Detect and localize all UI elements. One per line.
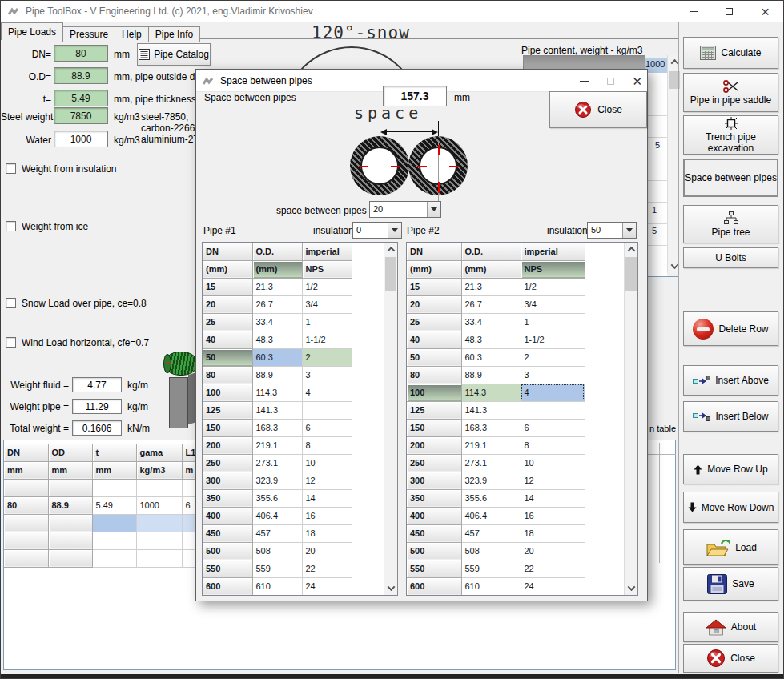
cell-dn[interactable]: 500 bbox=[203, 542, 252, 560]
cell-od[interactable]: 273.1 bbox=[252, 454, 302, 472]
dialog-minimize-icon[interactable] bbox=[580, 81, 589, 82]
cell-dn[interactable]: 450 bbox=[407, 524, 461, 542]
cell-dn[interactable]: 125 bbox=[203, 401, 252, 419]
tab[interactable]: Pressure bbox=[62, 26, 115, 42]
cell-nps[interactable]: 10 bbox=[302, 454, 352, 472]
cell-od[interactable] bbox=[48, 514, 92, 532]
cell-dn[interactable]: 50 bbox=[407, 348, 461, 366]
scroll-thumb[interactable] bbox=[385, 257, 396, 291]
cell-gama[interactable] bbox=[136, 532, 182, 549]
cell-nps[interactable]: 12 bbox=[521, 472, 585, 489]
cell-nps[interactable]: 3 bbox=[521, 366, 585, 384]
cell-t[interactable]: 5.49 bbox=[92, 496, 136, 514]
cell-od[interactable]: 114.3 bbox=[252, 384, 302, 401]
cell-nps[interactable]: 1/2 bbox=[521, 278, 585, 295]
cell-dn[interactable]: 50 bbox=[203, 348, 252, 366]
cell-od[interactable]: 355.6 bbox=[252, 489, 302, 507]
cell-od[interactable]: 508 bbox=[461, 542, 521, 560]
cell-dn[interactable] bbox=[4, 532, 48, 549]
trench-pipe-excavation-button[interactable]: Trench pipe excavation bbox=[683, 115, 778, 155]
cell-od[interactable]: 323.9 bbox=[461, 472, 521, 489]
pipe2-insulation-dropdown[interactable]: 50 bbox=[587, 222, 637, 239]
cell-dn[interactable]: 200 bbox=[203, 436, 252, 454]
space-between-pipes-button[interactable]: Space between pipes bbox=[683, 159, 778, 197]
checkbox-snow-load[interactable] bbox=[6, 298, 16, 308]
close-button[interactable]: ✕ bbox=[747, 1, 783, 22]
cell-od[interactable]: 114.3 bbox=[461, 384, 521, 401]
cell-nps[interactable]: 8 bbox=[521, 436, 585, 454]
cell-od[interactable]: 141.3 bbox=[461, 401, 521, 419]
cell-nps[interactable]: 1-1/2 bbox=[521, 331, 585, 348]
cell-nps[interactable]: 3/4 bbox=[521, 295, 585, 313]
cell-t[interactable] bbox=[92, 514, 136, 532]
cell-od[interactable] bbox=[48, 479, 92, 496]
cell-dn[interactable]: 80 bbox=[203, 366, 252, 384]
dropdown-arrow-icon[interactable] bbox=[427, 202, 440, 217]
pipe2-scrollbar[interactable] bbox=[624, 243, 637, 595]
cell-dn[interactable]: 600 bbox=[407, 577, 461, 595]
cell-dn[interactable]: 300 bbox=[203, 472, 252, 489]
tab[interactable]: Pipe Info bbox=[148, 26, 200, 42]
u-bolts-button[interactable]: U Bolts bbox=[683, 247, 778, 268]
cell-od[interactable]: 168.3 bbox=[252, 419, 302, 436]
cell-nps[interactable]: 22 bbox=[521, 560, 585, 577]
cell-nps[interactable]: 8 bbox=[302, 436, 352, 454]
cell-dn[interactable]: 550 bbox=[203, 560, 252, 577]
cell-dn[interactable]: 100 bbox=[407, 384, 461, 401]
weight-value[interactable]: 0.1606 bbox=[72, 420, 122, 436]
content-selected-value[interactable]: 1000 bbox=[645, 58, 668, 73]
cell-t[interactable] bbox=[92, 532, 136, 549]
cell-dn[interactable]: 400 bbox=[203, 507, 252, 524]
cell-nps[interactable] bbox=[521, 401, 585, 419]
cell-nps[interactable]: 2 bbox=[302, 348, 352, 366]
cell-dn[interactable]: 20 bbox=[203, 295, 252, 313]
cell-nps[interactable] bbox=[302, 401, 352, 419]
checkbox-weight-insulation[interactable] bbox=[6, 163, 16, 174]
cell-od[interactable]: 88.9 bbox=[48, 496, 92, 514]
cell-od[interactable]: 559 bbox=[252, 560, 302, 577]
cell-nps[interactable]: 12 bbox=[302, 472, 352, 489]
cell-nps[interactable]: 3 bbox=[302, 366, 352, 384]
cell-dn[interactable]: 15 bbox=[203, 278, 252, 295]
cell-od[interactable]: 88.9 bbox=[252, 366, 302, 384]
cell-od[interactable]: 273.1 bbox=[461, 454, 521, 472]
minimize-button[interactable] bbox=[675, 1, 711, 22]
cell-dn[interactable] bbox=[4, 549, 48, 567]
dropdown-arrow-icon[interactable] bbox=[622, 223, 636, 238]
scroll-thumb[interactable] bbox=[625, 257, 637, 291]
t-input[interactable] bbox=[54, 90, 108, 106]
insert-below-button[interactable]: Insert Below bbox=[683, 401, 778, 432]
cell-od[interactable]: 406.4 bbox=[252, 507, 302, 524]
cell-dn[interactable]: 300 bbox=[407, 472, 461, 489]
insert-above-button[interactable]: Insert Above bbox=[683, 365, 778, 396]
pipe1-scrollbar[interactable] bbox=[384, 243, 397, 595]
cell-od[interactable]: 33.4 bbox=[461, 313, 521, 331]
cell-dn[interactable]: 400 bbox=[407, 507, 461, 524]
cell-nps[interactable]: 16 bbox=[302, 507, 352, 524]
cell-nps[interactable]: 16 bbox=[521, 507, 585, 524]
cell-nps[interactable]: 4 bbox=[302, 384, 352, 401]
cell-nps[interactable]: 14 bbox=[302, 489, 352, 507]
content-list-rows[interactable] bbox=[648, 73, 667, 276]
weight-value[interactable]: 11.29 bbox=[72, 399, 122, 414]
cell-od[interactable]: 88.9 bbox=[461, 366, 521, 384]
cell-od[interactable]: 33.4 bbox=[252, 313, 302, 331]
delete-row-button[interactable]: Delete Row bbox=[683, 311, 778, 346]
sidebar-close-button[interactable]: Close bbox=[683, 644, 778, 673]
cell-nps[interactable]: 1-1/2 bbox=[302, 331, 352, 348]
cell-nps[interactable]: 6 bbox=[521, 419, 585, 436]
cell-nps[interactable]: 1 bbox=[302, 313, 352, 331]
cell-dn[interactable]: 25 bbox=[407, 313, 461, 331]
cell-dn[interactable]: 500 bbox=[407, 542, 461, 560]
move-row-down-button[interactable]: Move Row Down bbox=[683, 492, 778, 523]
cell-nps[interactable]: 24 bbox=[302, 577, 352, 595]
cell-od[interactable]: 559 bbox=[461, 560, 521, 577]
cell-gama[interactable] bbox=[136, 479, 182, 496]
cell-dn[interactable]: 450 bbox=[203, 524, 252, 542]
save-button[interactable]: Save bbox=[683, 567, 778, 601]
cell-dn[interactable]: 100 bbox=[203, 384, 252, 401]
cell-od[interactable]: 141.3 bbox=[252, 401, 302, 419]
tab[interactable]: Pipe Loads bbox=[1, 22, 63, 40]
cell-od[interactable]: 26.7 bbox=[461, 295, 521, 313]
cell-dn[interactable]: 350 bbox=[407, 489, 461, 507]
